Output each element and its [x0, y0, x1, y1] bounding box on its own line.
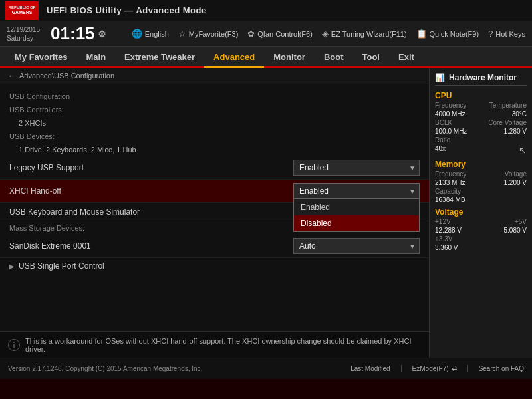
sandisk-label: SanDisk Extreme 0001 [9, 241, 293, 251]
top-nav-myfavorite-label: MyFavorite(F3) [189, 30, 239, 38]
sidebar-cpu-ratio-header: Ratio [435, 136, 527, 144]
top-nav-quick-note[interactable]: 📋 Quick Note(F9) [416, 29, 479, 39]
top-nav-qfan-label: Qfan Control(F6) [257, 30, 313, 38]
top-nav-ez-tuning-label: EZ Tuning Wizard(F11) [331, 30, 407, 38]
usb-devices-detail: 1 Drive, 2 Keyboards, 2 Mice, 1 Hub [0, 143, 429, 156]
time-display: 01:15 ⚙ [51, 23, 106, 44]
usb-single-port-row[interactable]: ▶ USB Single Port Control [0, 258, 429, 274]
nav-main[interactable]: Main [76, 47, 115, 68]
cpu-title: CPU [435, 91, 527, 100]
sidebar-volt-12-5-val: 12.288 V 5.080 V [435, 227, 527, 234]
time-value: 01:15 [51, 23, 95, 44]
expand-arrow-icon: ▶ [9, 263, 15, 270]
legacy-usb-select[interactable]: Enabled Disabled [293, 160, 420, 176]
sidebar-volt-33-header: +3.3V [435, 235, 527, 243]
ez-mode-label: EzMode(F7) [412, 365, 449, 372]
usb-devices-label: USB Devices: [0, 130, 429, 143]
legacy-usb-label: Legacy USB Support [9, 163, 293, 172]
top-nav-hot-keys-label: Hot Keys [495, 30, 525, 38]
note-icon: 📋 [416, 29, 427, 39]
top-nav-items: 🌐 English ☆ MyFavorite(F3) ✿ Qfan Contro… [117, 29, 525, 39]
xhci-handoff-dropdown[interactable]: Enabled ▼ Enabled Disabled [293, 183, 420, 199]
time-bar: 12/19/2015 Saturday 01:15 ⚙ 🌐 English ☆ … [0, 21, 532, 47]
footer-divider1 [401, 365, 402, 372]
footer-last-modified: Last Modified [350, 365, 390, 372]
sidebar-mem-freq-volt-header: Frequency Voltage [435, 170, 527, 178]
top-nav-myfavorite[interactable]: ☆ MyFavorite(F3) [178, 29, 239, 39]
sidebar-title: 📊 Hardware Monitor [435, 73, 527, 86]
nav-extreme-tweaker[interactable]: Extreme Tweaker [115, 47, 204, 68]
xhci-dropdown-list[interactable]: Enabled Disabled [293, 199, 420, 232]
nav-boot[interactable]: Boot [315, 47, 353, 68]
main-nav: My Favorites Main Extreme Tweaker Advanc… [0, 47, 532, 68]
sidebar-mem-cap-header: Capacity [435, 188, 527, 195]
sandisk-row: SanDisk Extreme 0001 Auto ▼ [0, 235, 429, 258]
sidebar-mem-freq-volt-val: 2133 MHz 1.200 V [435, 179, 527, 186]
sidebar-cpu-freq-temp-val: 4000 MHz 30°C [435, 110, 527, 118]
xhci-handoff-label: XHCI Hand-off [9, 186, 293, 196]
nav-monitor[interactable]: Monitor [264, 47, 315, 68]
sidebar-cpu-ratio-val: 40x ↖ [435, 145, 527, 156]
legacy-usb-row: Legacy USB Support Enabled Disabled ▼ [0, 156, 429, 180]
xhcis-label: 2 XHCIs [0, 116, 429, 130]
sidebar: 📊 Hardware Monitor CPU Frequency Tempera… [429, 68, 532, 358]
sidebar-mem-cap-val: 16384 MB [435, 196, 527, 203]
memory-section: Memory Frequency Voltage 2133 MHz 1.200 … [435, 160, 527, 203]
footer-search[interactable]: Search on FAQ [479, 365, 524, 372]
info-text: This is a workaround for OSes without XH… [25, 337, 421, 353]
footer-ez-mode[interactable]: EzMode(F7) ⇄ [412, 365, 457, 372]
usb-controllers-label: USB Controllers: [0, 103, 429, 116]
nav-tool[interactable]: Tool [353, 47, 389, 68]
star-icon: ☆ [178, 29, 186, 39]
top-nav-qfan[interactable]: ✿ Qfan Control(F6) [247, 29, 313, 39]
memory-title: Memory [435, 160, 527, 169]
main-content: ← Advanced\USB Configuration USB Configu… [0, 68, 429, 358]
sandisk-select[interactable]: Auto [293, 238, 420, 254]
sidebar-cpu-freq-temp-header: Frequency Temperature [435, 102, 527, 109]
top-nav-english-label: English [145, 30, 169, 38]
logo-area: REPUBLIC OF GAMERS [5, 1, 39, 20]
rog-logo: REPUBLIC OF GAMERS [5, 1, 39, 20]
fan-icon: ✿ [247, 29, 255, 39]
bios-title: UEFI BIOS Utility — Advanced Mode [47, 5, 207, 15]
xhci-handoff-row: XHCI Hand-off Enabled ▼ Enabled Disabled [0, 180, 429, 203]
sidebar-volt-12-5-header: +12V +5V [435, 218, 527, 225]
sidebar-cpu-bclk-voltage-header: BCLK Core Voltage [435, 119, 527, 126]
time-gear-icon[interactable]: ⚙ [98, 29, 106, 39]
voltage-title: Voltage [435, 207, 527, 217]
footer: Version 2.17.1246. Copyright (C) 2015 Am… [0, 358, 532, 379]
sidebar-volt-33-val: 3.360 V [435, 244, 527, 251]
key-icon: ? [488, 29, 493, 39]
top-nav-hot-keys[interactable]: ? Hot Keys [488, 29, 525, 39]
version-text: Version 2.17.1246. Copyright (C) 2015 Am… [8, 365, 202, 372]
cursor-decoration: ↖ [519, 145, 527, 156]
monitor-icon: 📊 [435, 73, 445, 82]
xhci-value-text: Enabled [299, 186, 329, 196]
usb-single-port-label: USB Single Port Control [19, 261, 104, 271]
legacy-usb-dropdown[interactable]: Enabled Disabled ▼ [293, 160, 420, 176]
ez-mode-icon: ⇄ [452, 365, 457, 372]
last-modified-label: Last Modified [350, 365, 390, 372]
header-top: REPUBLIC OF GAMERS UEFI BIOS Utility — A… [0, 0, 532, 21]
nav-advanced[interactable]: Advanced [204, 47, 264, 68]
voltage-section: Voltage +12V +5V 12.288 V 5.080 V +3.3V … [435, 207, 527, 251]
sandisk-dropdown[interactable]: Auto ▼ [293, 238, 420, 254]
info-bar: i This is a workaround for OSes without … [0, 331, 429, 358]
xhci-option-enabled[interactable]: Enabled [294, 200, 419, 215]
xhci-option-disabled[interactable]: Disabled [294, 215, 419, 231]
xhci-handoff-value[interactable]: Enabled [293, 183, 420, 199]
day-display: Saturday [7, 34, 40, 43]
nav-exit[interactable]: Exit [389, 47, 424, 68]
globe-icon: 🌐 [132, 29, 142, 39]
breadcrumb-path: Advanced\USB Configuration [19, 72, 114, 80]
footer-right: Last Modified EzMode(F7) ⇄ Search on FAQ [350, 365, 524, 372]
cpu-section: CPU Frequency Temperature 4000 MHz 30°C … [435, 91, 527, 156]
nav-my-favorites[interactable]: My Favorites [5, 47, 76, 68]
top-nav-ez-tuning[interactable]: ◈ EZ Tuning Wizard(F11) [322, 29, 407, 39]
settings-area: USB Configuration USB Controllers: 2 XHC… [0, 84, 429, 331]
date-area: 12/19/2015 Saturday [7, 25, 40, 43]
content-wrapper: ← Advanced\USB Configuration USB Configu… [0, 68, 532, 358]
breadcrumb[interactable]: ← Advanced\USB Configuration [0, 68, 429, 84]
date-display: 12/19/2015 [7, 25, 40, 34]
top-nav-english[interactable]: 🌐 English [132, 29, 169, 39]
